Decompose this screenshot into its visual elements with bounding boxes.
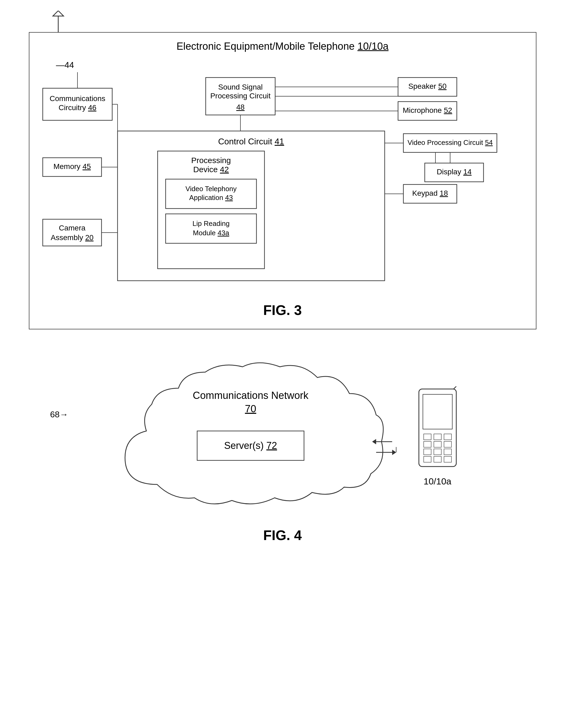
fig3-caption: FIG. 3 — [40, 302, 525, 318]
phone-area: 10/10a — [413, 386, 462, 487]
svg-rect-72 — [424, 456, 431, 462]
svg-text:Device 42: Device 42 — [193, 165, 229, 174]
svg-text:Communications Network: Communications Network — [193, 390, 308, 401]
svg-rect-66 — [424, 441, 431, 447]
svg-text:Video Telephony: Video Telephony — [186, 185, 237, 193]
fig4-caption: FIG. 4 — [29, 527, 536, 543]
svg-text:48: 48 — [236, 103, 245, 111]
main-title-text: Electronic Equipment/Mobile Telephone — [177, 41, 355, 52]
svg-text:Application 43: Application 43 — [189, 194, 233, 202]
fig3-container: Electronic Equipment/Mobile Telephone 10… — [29, 11, 536, 329]
svg-text:Assembly 20: Assembly 20 — [51, 233, 93, 242]
svg-rect-26 — [43, 219, 102, 246]
fig4-label-68: 68→ — [50, 410, 68, 419]
svg-text:Camera: Camera — [59, 224, 86, 232]
svg-text:70: 70 — [245, 403, 256, 414]
svg-text:Keypad 18: Keypad 18 — [412, 189, 448, 197]
svg-text:Processing Circuit: Processing Circuit — [210, 92, 271, 100]
svg-rect-71 — [444, 449, 451, 455]
fig4-inner: 68→ Communications Network 70 Server(s) … — [29, 356, 536, 517]
svg-text:Control Circuit 41: Control Circuit 41 — [218, 137, 284, 146]
svg-rect-21 — [166, 214, 257, 243]
svg-rect-65 — [444, 434, 451, 440]
main-title: Electronic Equipment/Mobile Telephone 10… — [40, 41, 525, 52]
svg-rect-67 — [434, 441, 441, 447]
svg-rect-69 — [424, 449, 431, 455]
antenna-icon — [50, 11, 66, 32]
svg-text:Circuitry 46: Circuitry 46 — [59, 103, 96, 112]
phone-svg — [413, 386, 462, 472]
svg-text:Speaker 50: Speaker 50 — [408, 82, 446, 90]
svg-line-62 — [454, 386, 456, 389]
svg-rect-63 — [424, 434, 431, 440]
svg-rect-70 — [434, 449, 441, 455]
svg-text:Sound Signal: Sound Signal — [218, 83, 263, 91]
svg-text:Lip Reading: Lip Reading — [192, 219, 230, 228]
svg-text:Module 43a: Module 43a — [193, 229, 229, 237]
fig3-diagram-svg: Communications Circuitry 46 Sound Signal… — [40, 72, 526, 291]
svg-rect-74 — [444, 456, 451, 462]
antenna-area — [29, 11, 536, 32]
svg-text:Display 14: Display 14 — [436, 168, 471, 176]
svg-text:Memory 45: Memory 45 — [53, 162, 91, 171]
antenna-label: —44 — [56, 60, 525, 70]
main-title-ref: 10/10a — [357, 41, 388, 52]
phone-label: 10/10a — [424, 476, 451, 487]
svg-text:Microphone 52: Microphone 52 — [402, 106, 452, 114]
svg-rect-68 — [444, 441, 451, 447]
svg-rect-73 — [434, 456, 441, 462]
svg-rect-64 — [434, 434, 441, 440]
fig4-container: 68→ Communications Network 70 Server(s) … — [29, 356, 536, 543]
svg-marker-1 — [53, 11, 64, 16]
cloud-svg: Communications Network 70 Server(s) 72 — [104, 356, 397, 517]
svg-text:Communications: Communications — [49, 94, 105, 103]
svg-rect-61 — [423, 394, 452, 429]
cloud-area: Communications Network 70 Server(s) 72 — [104, 356, 397, 517]
svg-text:Processing: Processing — [191, 156, 231, 165]
main-equipment-box: Electronic Equipment/Mobile Telephone 10… — [29, 32, 536, 329]
svg-text:Video Processing Circuit 54: Video Processing Circuit 54 — [407, 138, 493, 147]
svg-marker-56 — [392, 450, 396, 455]
svg-text:Server(s) 72: Server(s) 72 — [224, 440, 277, 451]
